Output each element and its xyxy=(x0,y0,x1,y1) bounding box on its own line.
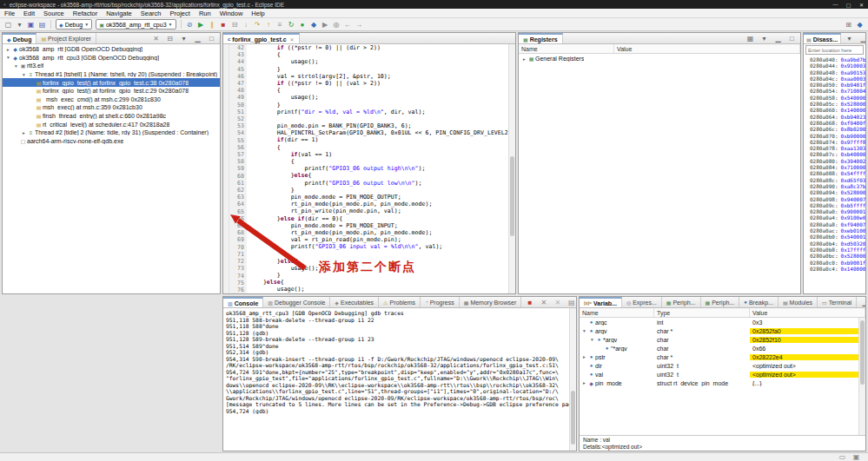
view-menu-icon[interactable]: ▾ xyxy=(759,33,770,43)
debug-tree-item[interactable]: ▤rt_critical_level() at scheduler.c:417 … xyxy=(3,120,220,128)
tab-project-explorer[interactable]: ▤Project Explorer xyxy=(36,33,96,43)
column-name[interactable]: Name xyxy=(519,44,614,53)
open-perspective-icon[interactable]: ⊞ xyxy=(843,19,854,30)
menu-window[interactable]: Window xyxy=(215,10,248,17)
terminate-icon[interactable]: ■ xyxy=(218,19,229,30)
expander-icon[interactable]: ▸ xyxy=(581,380,587,385)
variables-vertical-scrollbar[interactable] xyxy=(858,318,865,435)
expander-icon[interactable]: ▸ xyxy=(581,354,587,359)
debug-tree-item[interactable]: ▤forlinx_gpio_test() at forlinx_gpio_tes… xyxy=(3,87,220,95)
debug-tree-item[interactable]: ▸◆ok3568_amp_rtt [GDB OpenOCD Debugging] xyxy=(3,45,220,54)
minimize-icon[interactable]: ▁ xyxy=(858,33,866,43)
menu-refactor[interactable]: Refactor xyxy=(69,10,102,17)
expander-icon[interactable]: ▸ xyxy=(5,47,11,52)
view-menu-icon[interactable]: ▾ xyxy=(178,33,189,43)
launch-config-combo[interactable]: ▣ ok3568_amp_rtt_cpu3 ▼ xyxy=(96,19,176,30)
debug-tree-item[interactable]: ▤finsh_thread_entry() at shell.c:660 0x2… xyxy=(3,112,220,121)
tab-periph[interactable]: ▦Periph... xyxy=(701,297,740,307)
variable-row[interactable]: ▸●pstrchar *0x28222e4 xyxy=(580,352,865,361)
step-return-icon[interactable]: ↑ xyxy=(263,19,275,30)
collapse-all-icon[interactable]: ⊟ xyxy=(164,33,176,43)
expander-icon[interactable]: ▾ xyxy=(5,55,11,60)
debug-tree-item[interactable]: ▤forlinx_gpio_test() at forlinx_gpio_tes… xyxy=(3,78,220,87)
resume-icon[interactable]: ▶ xyxy=(195,19,207,30)
tab-expres[interactable]: ◎Expres... xyxy=(622,297,662,307)
tab-progress[interactable]: ◔Progress xyxy=(421,297,460,307)
variable-row[interactable]: ●"*argvchar0x66 xyxy=(580,344,865,352)
save-all-icon[interactable]: ▤ xyxy=(36,19,48,30)
status-progress-icon[interactable]: ▣ xyxy=(851,452,862,461)
debug-tree-item[interactable]: ▢aarch64-arm-riscv-none-elf-gdb.exe xyxy=(3,137,220,146)
forward-history-icon[interactable]: → xyxy=(354,19,365,30)
restart-icon[interactable]: ↻ xyxy=(286,19,297,30)
new-wizard-icon[interactable]: ▢ xyxy=(3,19,14,30)
step-over-icon[interactable]: ↷ xyxy=(252,19,263,30)
maximize-icon[interactable]: □ xyxy=(786,33,798,43)
expander-icon[interactable]: ▸ xyxy=(21,130,27,135)
disassembly-location-input[interactable] xyxy=(805,45,864,55)
tab-console[interactable]: ▥Console xyxy=(223,297,263,307)
debug-perspective-icon[interactable]: ◆ xyxy=(854,19,865,30)
minimize-icon[interactable]: ▁ xyxy=(859,297,866,307)
debug-tree-item[interactable]: ▾≡Thread #1 [tshell] 1 (Name: tshell, rd… xyxy=(3,70,220,79)
variable-row[interactable]: ▸◆pin_modestruct rt_device_pin_mode{...} xyxy=(580,379,865,387)
instruction-stepping-icon[interactable]: ≡ xyxy=(275,19,286,30)
menu-help[interactable]: Help xyxy=(247,10,268,17)
debug-icon[interactable]: ◆ xyxy=(308,19,320,30)
menu-search[interactable]: Search xyxy=(136,10,166,17)
variable-row[interactable]: ▾●argvchar *0x2852fa0 xyxy=(580,326,865,335)
code-editor[interactable]: 4243444546474849505152535455565758596061… xyxy=(223,44,515,293)
scrollbar-thumb[interactable] xyxy=(510,156,514,236)
scrollbar-thumb[interactable] xyxy=(571,391,575,445)
skip-all-breakpoints-icon[interactable]: ⊘ xyxy=(184,19,195,30)
maximize-icon[interactable]: □ xyxy=(206,33,217,43)
view-menu-icon[interactable]: ▾ xyxy=(844,33,855,43)
column-name[interactable]: Name xyxy=(580,308,654,317)
scrollbar-thumb[interactable] xyxy=(860,320,865,385)
run-icon[interactable]: ● xyxy=(297,19,308,30)
remove-terminated-icon[interactable]: ✕ xyxy=(150,33,162,43)
close-window-button[interactable]: ✕ xyxy=(855,0,868,9)
expander-icon[interactable]: ▾ xyxy=(581,328,587,333)
tab-periph[interactable]: ▦Periph... xyxy=(662,297,701,307)
debug-tree-item[interactable]: ▾▣rtt3.elf xyxy=(3,62,220,70)
register-group-row[interactable]: ▸▦General Registers xyxy=(519,55,800,63)
menu-file[interactable]: File xyxy=(0,10,19,17)
tab-debug[interactable]: ◆Debug xyxy=(3,33,36,43)
tab-debugger-console[interactable]: ▥Debugger Console xyxy=(263,297,330,307)
editor-vertical-scrollbar[interactable] xyxy=(508,44,515,293)
minimize-icon[interactable]: ▁ xyxy=(772,33,784,43)
new-dropdown-caret-icon[interactable]: ▾ xyxy=(14,19,25,30)
menu-project[interactable]: Project xyxy=(166,10,195,17)
variable-row[interactable]: ●diruint32_t<optimized out> xyxy=(580,361,865,370)
variable-row[interactable]: ▾●*argvchar0x2852f10 xyxy=(580,335,865,344)
last-edit-location-icon[interactable]: ← xyxy=(342,19,354,30)
terminate-console-icon[interactable]: ■ xyxy=(524,297,535,307)
column-value[interactable]: Value xyxy=(614,44,800,53)
remove-launch-icon[interactable]: ✕ xyxy=(538,297,549,307)
menu-navigate[interactable]: Navigate xyxy=(102,10,136,17)
maximize-window-button[interactable]: ▢ xyxy=(842,0,855,9)
suspend-icon[interactable]: ∥ xyxy=(207,19,218,30)
tab-breakp[interactable]: ●Breakp... xyxy=(739,297,779,307)
expander-icon[interactable]: ▾ xyxy=(21,72,27,77)
minimize-window-button[interactable]: — xyxy=(829,0,842,9)
column-value[interactable]: Value xyxy=(750,308,865,317)
close-icon[interactable]: ✕ xyxy=(290,36,295,43)
debug-tree-item[interactable]: ▤_msh_exec_cmd() at msh.c:299 0x281c830 xyxy=(3,95,220,104)
tab-terminal[interactable]: ▭Terminal xyxy=(818,297,857,307)
tab-variab[interactable]: (x)=Variab... xyxy=(580,297,622,307)
expander-icon[interactable]: ▾ xyxy=(589,337,595,342)
variable-row[interactable]: ●valuint32_t<optimized out> xyxy=(580,370,865,379)
console-vertical-scrollbar[interactable] xyxy=(569,308,576,451)
menu-run[interactable]: Run xyxy=(195,10,215,17)
debug-mode-combo[interactable]: ◆ Debug ▼ xyxy=(56,19,92,30)
tab-registers[interactable]: ▦ Registers xyxy=(519,33,563,43)
variable-row[interactable]: ●argcint0x3 xyxy=(580,318,865,326)
menu-edit[interactable]: Edit xyxy=(19,10,39,17)
menu-source[interactable]: Source xyxy=(39,10,69,17)
column-type[interactable]: Type xyxy=(654,308,750,317)
debug-tree-item[interactable]: ▾◆ok3568_amp_rtt_cpu3 [GDB OpenOCD Debug… xyxy=(3,54,220,63)
debug-tree-item[interactable]: ▤msh_exec() at msh.c:359 0x281cb30 xyxy=(3,103,220,112)
tab-executables[interactable]: ◈Executables xyxy=(330,297,379,307)
